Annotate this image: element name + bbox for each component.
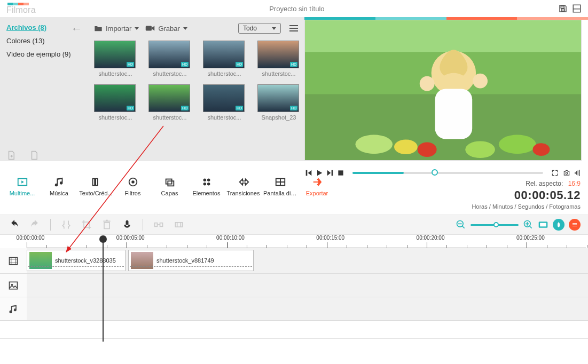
svg-rect-2 (146, 26, 152, 31)
undo-button[interactable] (7, 218, 21, 232)
video-preview[interactable] (304, 20, 582, 161)
tab-elementos[interactable]: Elementos (190, 176, 223, 196)
svg-point-14 (499, 135, 536, 154)
svg-point-10 (355, 135, 393, 154)
svg-point-28 (207, 179, 210, 182)
media-thumb[interactable]: HDshutterstoc... (257, 41, 300, 77)
camera-icon (145, 25, 155, 31)
svg-rect-34 (175, 223, 182, 227)
svg-rect-7 (435, 89, 473, 139)
tab-pantalla-divi-[interactable]: Pantalla divi... (263, 176, 297, 196)
zoom-knob[interactable] (493, 222, 499, 227)
media-sidebar: ← Archivos (8) Colores (13) Vídeo de eje… (0, 17, 87, 161)
media-thumb[interactable]: HDSnapshot_23 (257, 84, 300, 121)
playhead[interactable] (103, 236, 104, 342)
import-button[interactable]: Importar (94, 25, 139, 33)
marker-menu-button[interactable] (569, 219, 581, 231)
redo-button (28, 218, 42, 232)
view-mode-icon[interactable] (287, 23, 300, 34)
tab-m-sica[interactable]: Música (42, 176, 76, 196)
delete-icon (100, 218, 114, 232)
svg-rect-38 (540, 223, 546, 227)
svg-point-24 (131, 180, 135, 184)
media-thumb[interactable]: HDshutterstoc... (203, 84, 246, 121)
category-row: Multime...MúsicaTexto/Créd...FiltrosCapa… (0, 175, 588, 208)
app-logo: Filmora (6, 3, 36, 15)
media-thumb[interactable]: HDshutterstoc... (203, 41, 246, 77)
timeline-toolbar (0, 215, 588, 235)
svg-point-29 (203, 183, 206, 186)
fit-icon[interactable] (538, 219, 548, 230)
voiceover-icon[interactable] (120, 218, 134, 232)
svg-rect-33 (160, 223, 163, 227)
app-header: Filmora Proyecto sin título (0, 0, 588, 17)
sidebar-item-colors[interactable]: Colores (13) (6, 37, 80, 45)
media-thumb[interactable]: HDshutterstoc... (94, 84, 137, 121)
image-track[interactable] (0, 274, 588, 297)
music-note-icon (8, 304, 19, 314)
svg-point-12 (418, 142, 437, 157)
media-thumb[interactable]: HDshutterstoc... (148, 84, 191, 121)
preview-panel (304, 20, 588, 161)
svg-point-30 (207, 183, 210, 186)
layout-icon[interactable] (572, 4, 582, 13)
folder-icon (94, 25, 103, 32)
tab-texto-cr-d-[interactable]: Texto/Créd... (79, 176, 113, 196)
svg-point-9 (473, 74, 488, 89)
file-icon[interactable] (29, 149, 39, 161)
svg-rect-39 (10, 257, 18, 264)
tool2-icon (172, 218, 186, 232)
svg-rect-40 (10, 282, 18, 289)
svg-rect-18 (575, 172, 575, 174)
svg-rect-32 (155, 223, 158, 227)
timecode-sub: Horas / Minutos / Segundos / Fotogramas (472, 203, 581, 210)
tab-filtros[interactable]: Filtros (116, 176, 150, 196)
marker-add-button[interactable] (553, 219, 565, 231)
filter-select[interactable]: Todo (238, 23, 281, 34)
crop-icon (80, 218, 93, 232)
save-icon[interactable] (558, 4, 568, 13)
filmstrip-icon (8, 256, 19, 266)
media-library: Importar Grabar Todo HDshutterstoc...HDs… (87, 17, 304, 161)
timeline-clip[interactable]: shutterstock_v881749 (128, 250, 254, 271)
tab-capas[interactable]: Capas (153, 176, 186, 196)
seek-slider[interactable] (352, 172, 543, 174)
svg-point-13 (465, 141, 495, 158)
media-thumb[interactable]: HDshutterstoc... (148, 41, 191, 77)
svg-point-15 (533, 143, 550, 156)
audio-track[interactable] (0, 297, 588, 321)
timecode-display: 00:00:05.12 (472, 188, 581, 202)
split-icon (59, 218, 73, 232)
tab-multime-[interactable]: Multime... (5, 176, 39, 196)
sidebar-item-sample[interactable]: Vídeo de ejemplo (9) (6, 50, 80, 58)
record-button[interactable]: Grabar (145, 25, 187, 33)
new-file-icon[interactable] (6, 149, 16, 161)
timeline-ruler[interactable]: 00:00:00:0000:00:05:0000:00:10:0000:00:1… (27, 236, 586, 248)
svg-point-11 (394, 139, 418, 154)
tab-transiciones[interactable]: Transiciones (226, 176, 260, 196)
aspect-ratio: Rel. aspecto: 16:9 (472, 180, 581, 187)
spacer-track (0, 321, 588, 339)
project-title: Proyecto sin título (269, 5, 324, 13)
logo-text: Filmora (6, 5, 36, 15)
zoom-slider[interactable] (471, 224, 519, 226)
zoom-in-icon[interactable] (523, 219, 534, 230)
sidebar-item-files[interactable]: Archivos (8) (6, 23, 80, 31)
svg-point-8 (420, 76, 435, 91)
zoom-out-icon[interactable] (456, 219, 466, 230)
collapse-icon[interactable]: ← (70, 23, 82, 35)
svg-point-27 (203, 179, 206, 182)
svg-rect-5 (305, 20, 581, 52)
tool1-icon (152, 218, 166, 232)
media-thumb[interactable]: HDshutterstoc... (94, 41, 137, 77)
timeline-clip[interactable]: shutterstock_v3288035 (27, 250, 126, 271)
svg-point-17 (566, 172, 568, 175)
video-track[interactable]: shutterstock_v3288035shutterstock_v88174… (0, 248, 588, 274)
image-icon (8, 280, 19, 291)
tab-exportar[interactable]: Exportar (300, 176, 334, 196)
timeline-tracks: shutterstock_v3288035shutterstock_v88174… (0, 248, 588, 339)
